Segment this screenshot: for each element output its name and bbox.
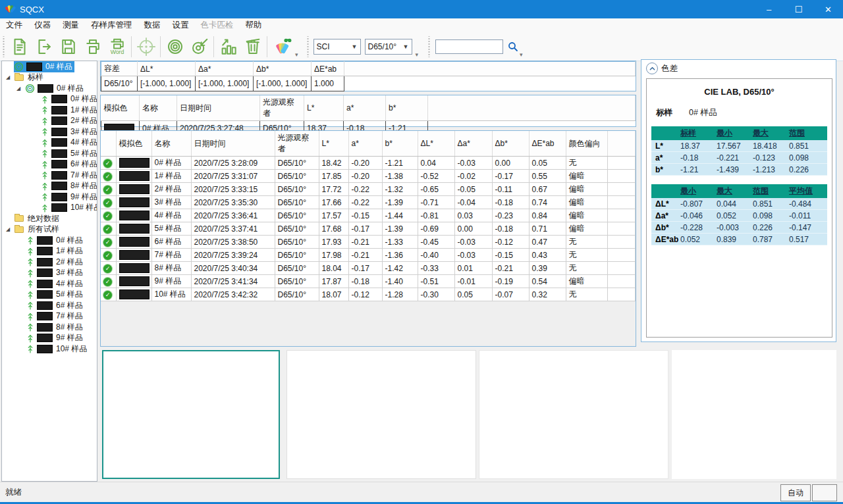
tolerance-da-cell[interactable]: [-1.000, 1.000] xyxy=(196,76,254,91)
statistics-button[interactable] xyxy=(216,34,240,59)
menu-item-7[interactable]: 帮助 xyxy=(240,18,268,32)
sample-row[interactable]: ✓4# 样品2020/7/25 3:36:41D65/10°17.57-0.15… xyxy=(101,209,636,222)
sample-col-header[interactable]: ΔE*ab xyxy=(529,131,566,157)
tree-item-standard-2[interactable]: ◢0# 样品 xyxy=(2,83,97,94)
sample-col-header[interactable]: ΔL* xyxy=(418,131,454,157)
sample-row[interactable]: ✓3# 样品2020/7/25 3:35:30D65/10°17.66-0.22… xyxy=(101,196,636,209)
menu-item-4[interactable]: 数据 xyxy=(138,18,167,32)
toolbar-grip[interactable] xyxy=(427,36,431,57)
export-button[interactable] xyxy=(32,34,56,59)
tree-item-sample2-24[interactable]: 8# 样品 xyxy=(2,322,97,333)
print-word-button[interactable]: Word xyxy=(105,34,129,59)
tree-item-sample2-20[interactable]: 4# 样品 xyxy=(2,278,97,290)
sample-row[interactable]: ✓2# 样品2020/7/25 3:33:15D65/10°17.72-0.22… xyxy=(101,183,636,196)
sample-col-header[interactable]: Δb* xyxy=(492,131,529,157)
menu-item-5[interactable]: 设置 xyxy=(167,18,195,32)
color-card-search-button[interactable] xyxy=(269,34,294,59)
delta-ab-scatter-chart[interactable] xyxy=(102,350,280,479)
tree-item-sample-8[interactable]: 5# 样品 xyxy=(2,148,97,159)
tree-item-sample-9[interactable]: 6# 样品 xyxy=(2,159,97,170)
tree-item-sample2-21[interactable]: 5# 样品 xyxy=(2,290,97,301)
menu-item-6[interactable]: 色卡匹检 xyxy=(195,18,240,32)
new-file-button[interactable] xyxy=(7,34,32,59)
standard-col-header[interactable]: 光源观察者 xyxy=(260,95,304,121)
sample-row[interactable]: ✓7# 样品2020/7/25 3:39:24D65/10°17.98-0.21… xyxy=(101,249,636,262)
toolbar-overflow-icon[interactable]: ▾ xyxy=(416,51,419,58)
menu-item-3[interactable]: 存样库管理 xyxy=(85,18,138,32)
standard-col-header[interactable]: 名称 xyxy=(140,95,177,121)
toolbar-overflow-icon[interactable]: ▾ xyxy=(295,51,298,58)
standard-col-header[interactable]: b* xyxy=(386,95,428,121)
sample-col-header-status[interactable] xyxy=(101,131,116,157)
tree-item-sample2-16[interactable]: 0# 样品 xyxy=(2,235,97,246)
menu-item-0[interactable]: 文件 xyxy=(0,18,28,32)
tree-item-sample-4[interactable]: 1# 样品 xyxy=(2,105,97,116)
close-button[interactable]: ✕ xyxy=(813,0,843,18)
tree-item-folder-1[interactable]: ◢标样 xyxy=(2,72,97,84)
illuminant-select[interactable]: D65/10° ▼ xyxy=(365,39,412,55)
sample-col-header[interactable]: 颜色偏向 xyxy=(566,131,607,157)
standard-col-header[interactable]: a* xyxy=(344,95,386,121)
tree-item-folder-14[interactable]: 绝对数据 xyxy=(2,213,97,224)
save-button[interactable] xyxy=(56,34,80,59)
delete-button[interactable] xyxy=(240,34,265,59)
maximize-button[interactable]: ☐ xyxy=(784,0,813,18)
tree-item-sample2-22[interactable]: 6# 样品 xyxy=(2,300,97,311)
tolerance-col-header[interactable]: Δb* xyxy=(254,62,312,76)
sample-col-header[interactable]: 日期时间 xyxy=(191,131,275,157)
tolerance-col-header[interactable]: 容差 xyxy=(101,62,138,76)
tolerance-illuminant-cell[interactable]: D65/10° xyxy=(101,76,138,91)
menu-item-1[interactable]: 仪器 xyxy=(28,18,57,32)
tree-item-sample-5[interactable]: 2# 样品 xyxy=(2,116,97,127)
lab-color-space-chart[interactable] xyxy=(672,350,836,479)
sample-col-header[interactable]: Δa* xyxy=(454,131,492,157)
tree-item-sample2-23[interactable]: 7# 样品 xyxy=(2,311,97,322)
print-button[interactable] xyxy=(80,34,105,59)
tree-expander-icon[interactable]: ◢ xyxy=(16,86,25,91)
tolerance-col-header[interactable]: Δa* xyxy=(196,62,254,76)
sample-col-header[interactable]: 名称 xyxy=(151,131,191,157)
tree-item-sample2-19[interactable]: 3# 样品 xyxy=(2,268,97,279)
tree-item-sample-13[interactable]: 10# 样品 xyxy=(2,203,97,214)
resize-grip[interactable] xyxy=(812,484,837,501)
tree-item-sample-10[interactable]: 7# 样品 xyxy=(2,170,97,181)
sample-row[interactable]: ✓0# 样品2020/7/25 3:28:09D65/10°18.42-0.20… xyxy=(101,157,636,170)
sample-col-header[interactable]: b* xyxy=(382,131,418,157)
standard-col-header[interactable]: 模拟色 xyxy=(101,95,140,121)
tree-item-sample2-26[interactable]: 10# 样品 xyxy=(2,343,97,355)
measure-sample-button[interactable] xyxy=(187,34,211,59)
toolbar-grip[interactable] xyxy=(306,36,310,57)
standard-col-header[interactable]: L* xyxy=(304,95,344,121)
tree-item-sample2-18[interactable]: 2# 样品 xyxy=(2,257,97,268)
tolerance-db-cell[interactable]: [-1.000, 1.000] xyxy=(254,76,312,91)
tree-item-sample-12[interactable]: 9# 样品 xyxy=(2,191,97,203)
tree-item-folder-15[interactable]: ◢所有试样 xyxy=(2,224,97,236)
standard-col-header[interactable]: 日期时间 xyxy=(177,95,260,121)
measure-standard-button[interactable] xyxy=(163,34,187,59)
sample-row[interactable]: ✓8# 样品2020/7/25 3:40:34D65/10°18.04-0.17… xyxy=(101,262,636,275)
sample-col-header[interactable]: a* xyxy=(348,131,382,157)
toolbar-grip[interactable] xyxy=(2,36,5,57)
tree-item-sample-3[interactable]: 0# 样品 xyxy=(2,94,97,105)
spectral-reflectance-chart[interactable] xyxy=(479,350,668,479)
tree-expander-icon[interactable]: ◢ xyxy=(6,226,14,232)
tolerance-col-header[interactable]: ΔL* xyxy=(138,62,196,76)
tree-item-sample2-25[interactable]: 9# 样品 xyxy=(2,333,97,344)
tolerance-dL-cell[interactable]: [-1.000, 1.000] xyxy=(138,76,196,91)
minimize-button[interactable]: – xyxy=(754,0,784,18)
tree-item-sample-11[interactable]: 8# 样品 xyxy=(2,181,97,192)
sample-row[interactable]: ✓1# 样品2020/7/25 3:31:07D65/10°17.85-0.20… xyxy=(101,170,636,183)
sample-col-header[interactable]: L* xyxy=(319,131,348,157)
search-input[interactable] xyxy=(435,39,503,54)
calibrate-button[interactable] xyxy=(134,34,158,59)
search-button[interactable] xyxy=(508,41,518,52)
mode-select[interactable]: SCI ▼ xyxy=(313,39,361,55)
tolerance-col-header[interactable]: ΔE*ab xyxy=(312,62,344,76)
collapse-panel-button[interactable] xyxy=(646,63,658,74)
auto-mode-indicator[interactable]: 自动 xyxy=(780,484,811,501)
tree-item-sample-6[interactable]: 3# 样品 xyxy=(2,126,97,138)
sample-row[interactable]: ✓10# 样品2020/7/25 3:42:32D65/10°18.07-0.1… xyxy=(101,288,636,301)
tree-item-sample-7[interactable]: 4# 样品 xyxy=(2,138,97,149)
tree-item-standard-root-0[interactable]: 0# 样品 xyxy=(2,61,97,72)
sample-col-header[interactable]: 光源观察者 xyxy=(275,131,319,157)
